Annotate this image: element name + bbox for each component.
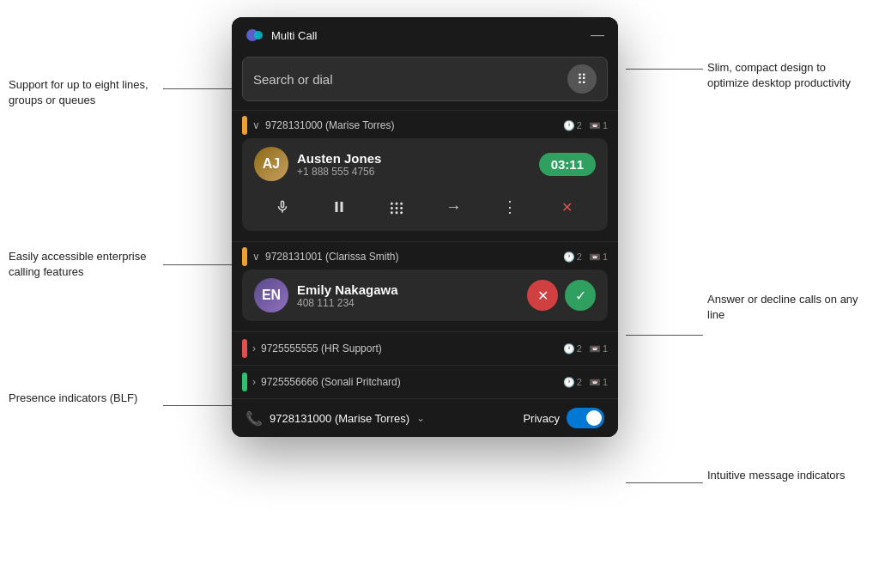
line-1-badges: 🕐 2 📼 1 <box>563 120 608 131</box>
line-3-badges: 🕐 2 📼 1 <box>563 343 608 355</box>
line-2-header-left: ∨ 9728131001 (Clarissa Smith) <box>242 247 398 266</box>
hold-icon <box>331 199 347 215</box>
hold-button[interactable] <box>324 191 355 222</box>
line-item-1: ∨ 9728131000 (Marise Torres) 🕐 2 📼 1 <box>232 110 618 241</box>
ann-line-right-2 <box>626 335 703 336</box>
line-2-name: 9728131001 (Clarissa Smith) <box>265 251 398 263</box>
ann-line-right-1 <box>626 69 703 70</box>
ann-line-left-3 <box>163 405 233 406</box>
title-bar: Multi Call — <box>232 17 618 52</box>
line-4-voicemail-badge: 📼 1 <box>589 377 608 388</box>
line-3-voicemail-badge: 📼 1 <box>589 343 608 355</box>
bottom-bar: 📞 9728131000 (Marise Torres) ⌄ Privacy <box>232 398 618 437</box>
search-bar-container: Search or dial ⠿ <box>232 52 618 110</box>
avatar-emily-initials: EN <box>254 278 288 312</box>
presence-indicator-3 <box>242 339 247 358</box>
privacy-toggle[interactable] <box>567 408 604 428</box>
voicemail-icon: 📼 <box>589 120 601 131</box>
line-1-chevron[interactable]: ∨ <box>252 119 260 131</box>
bottom-line-label: 9728131000 (Marise Torres) <box>270 412 409 425</box>
avatar-austen-initials: AJ <box>254 147 288 181</box>
ann-line-left-1 <box>163 88 233 89</box>
title-bar-left: Multi Call <box>246 26 317 45</box>
bottom-chevron-icon[interactable]: ⌄ <box>416 412 425 424</box>
dialpad-call-button[interactable] <box>381 191 412 222</box>
voicemail-icon-4: 📼 <box>589 377 601 388</box>
annotation-left-3: Presence indicators (BLF) <box>9 391 163 406</box>
line-1-voicemail-badge: 📼 1 <box>589 120 608 131</box>
line-item-3: › 9725555555 (HR Support) 🕐 2 📼 1 <box>232 331 618 365</box>
svg-point-1 <box>254 31 263 39</box>
page-container: Support for up to eight lines, groups or… <box>0 0 879 588</box>
annotation-left-2: Easily accessible enterprise calling fea… <box>9 249 163 280</box>
line-1-header-left: ∨ 9728131000 (Marise Torres) <box>242 116 395 135</box>
caller-info-emily: EN Emily Nakagawa 408 111 234 <box>254 278 398 312</box>
caller-number-austen: +1 888 555 4756 <box>297 166 381 178</box>
line-2-header: ∨ 9728131001 (Clarissa Smith) 🕐 2 📼 1 <box>242 247 608 266</box>
ann-line-right-3 <box>626 482 703 483</box>
avatar-emily: EN <box>254 278 288 312</box>
dialpad-icon: ⠿ <box>577 71 587 88</box>
line-3-history-badge: 🕐 2 <box>563 343 582 355</box>
caller-number-emily: 408 111 234 <box>297 297 398 309</box>
line-1-name: 9728131000 (Marise Torres) <box>265 119 395 131</box>
search-input[interactable]: Search or dial <box>253 72 561 87</box>
annotation-right-1: Slim, compact design to optimize desktop… <box>707 60 870 91</box>
line-3-chevron[interactable]: › <box>252 342 256 355</box>
more-button[interactable]: ⋮ <box>494 191 525 222</box>
caller-info-austen: AJ Austen Jones +1 888 555 4756 <box>254 147 381 181</box>
end-call-button[interactable]: ✕ <box>552 191 583 222</box>
privacy-label: Privacy <box>523 412 560 425</box>
search-bar[interactable]: Search or dial ⠿ <box>242 57 608 101</box>
line-2-chevron[interactable]: ∨ <box>252 251 260 263</box>
line-3-name: 9725555555 (HR Support) <box>261 342 382 355</box>
minimize-button[interactable]: — <box>591 28 604 42</box>
voicemail-icon-3: 📼 <box>589 343 601 355</box>
history-icon-2: 🕐 <box>563 252 575 263</box>
call-card-top: AJ Austen Jones +1 888 555 4756 03:11 <box>254 147 596 181</box>
line-4-chevron[interactable]: › <box>252 376 256 388</box>
mic-icon <box>275 199 290 215</box>
line-2-badges: 🕐 2 📼 1 <box>563 252 608 263</box>
line-1-header: ∨ 9728131000 (Marise Torres) 🕐 2 📼 1 <box>242 116 608 135</box>
transfer-icon: → <box>446 198 461 216</box>
call-timer: 03:11 <box>539 153 596 176</box>
caller-text-emily: Emily Nakagawa 408 111 234 <box>297 282 398 309</box>
mute-button[interactable] <box>267 191 298 222</box>
app-title: Multi Call <box>271 29 317 42</box>
incoming-call-actions: ✕ ✓ <box>527 280 596 311</box>
annotation-right-3: Intuitive message indicators <box>707 468 870 483</box>
caller-text: Austen Jones +1 888 555 4756 <box>297 151 381 178</box>
line-4-header-left: › 9725556666 (Sonali Pritchard) <box>242 373 401 391</box>
line-4-badges: 🕐 2 📼 1 <box>563 377 608 388</box>
phone-icon: 📞 <box>246 410 263 427</box>
annotation-left-1: Support for up to eight lines, groups or… <box>9 77 163 108</box>
caller-name-austen: Austen Jones <box>297 151 381 166</box>
dialpad-button[interactable]: ⠿ <box>567 64 597 94</box>
line-1-history-badge: 🕐 2 <box>563 120 582 131</box>
decline-button[interactable]: ✕ <box>527 280 558 311</box>
caller-name-emily: Emily Nakagawa <box>297 282 398 297</box>
presence-indicator-4 <box>242 373 247 391</box>
more-icon: ⋮ <box>502 197 518 216</box>
action-row: → ⋮ ✕ <box>254 190 596 222</box>
bottom-line-selector[interactable]: 📞 9728131000 (Marise Torres) ⌄ <box>246 410 425 427</box>
avatar-austen: AJ <box>254 147 288 181</box>
history-icon: 🕐 <box>563 120 575 131</box>
line-4-name: 9725556666 (Sonali Pritchard) <box>261 376 401 388</box>
privacy-section: Privacy <box>523 408 604 428</box>
voicemail-icon-2: 📼 <box>589 252 601 263</box>
end-call-icon: ✕ <box>561 199 573 215</box>
history-icon-3: 🕐 <box>563 343 575 355</box>
toggle-thumb <box>586 410 602 426</box>
annotation-right-2: Answer or decline calls on any line <box>707 292 870 323</box>
incoming-call-card: EN Emily Nakagawa 408 111 234 ✕ ✓ <box>242 270 608 321</box>
transfer-button[interactable]: → <box>438 191 469 222</box>
line-4-history-badge: 🕐 2 <box>563 377 582 388</box>
line-item-2: ∨ 9728131001 (Clarissa Smith) 🕐 2 📼 1 <box>232 241 618 331</box>
app-window: Multi Call — Search or dial ⠿ ∨ 97281310… <box>232 17 618 437</box>
app-logo <box>246 26 264 45</box>
active-call-card: AJ Austen Jones +1 888 555 4756 03:11 <box>242 138 608 231</box>
answer-button[interactable]: ✓ <box>565 280 596 311</box>
ann-line-left-2 <box>163 264 233 265</box>
